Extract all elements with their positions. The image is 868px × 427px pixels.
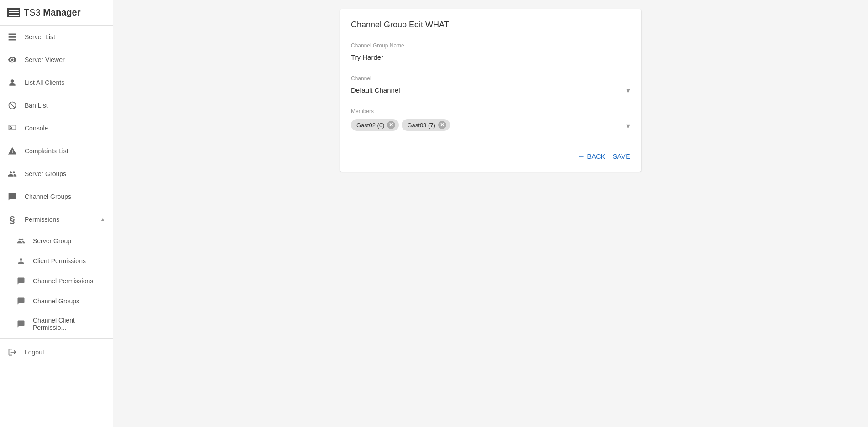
members-field: Members Gast02 (6) ✕ Gast03 (7) ✕ ▾ [351,108,630,134]
sidebar-header: TS3 Manager [0,0,113,26]
channel-select-wrapper: Default Channel ▾ [351,83,630,97]
channel-group-edit-card: Channel Group Edit WHAT Channel Group Na… [340,9,641,172]
channel-select[interactable]: Default Channel [351,83,630,97]
member-chip-gast02-remove[interactable]: ✕ [387,121,395,129]
sidebar-item-channel-client-permissions[interactable]: Channel Client Permissio... [0,311,113,337]
sidebar-label-complaints-list: Complaints List [25,147,68,155]
app-logo: TS3 Manager [7,7,81,18]
members-container: Gast02 (6) ✕ Gast03 (7) ✕ ▾ [351,116,630,134]
permissions-submenu: Server Group Client Permissions Channel … [0,231,113,337]
section-icon: § [7,214,17,224]
logout-icon [7,347,17,357]
sidebar-item-permissions[interactable]: § Permissions ▲ [0,208,113,231]
server-group-label: Server Group [33,237,71,245]
channel-group-name-field: Channel Group Name [351,42,630,64]
chat-icon [7,192,17,202]
member-chip-gast03-label: Gast03 (7) [407,122,435,129]
sidebar-item-channel-groups-perm[interactable]: Channel Groups [0,291,113,311]
channel-group-name-input[interactable] [351,51,630,64]
sidebar-item-server-groups[interactable]: Server Groups [0,162,113,185]
eye-icon [7,55,17,65]
member-chip-gast02-label: Gast02 (6) [356,122,384,129]
sidebar-label-server-list: Server List [25,33,55,41]
members-dropdown-arrow-icon: ▾ [626,121,630,131]
channel-groups-perm-label: Channel Groups [33,297,79,305]
channel-permissions-label: Channel Permissions [33,277,93,285]
channel-group-name-label: Channel Group Name [351,42,630,49]
logout-label: Logout [25,349,44,356]
sidebar-item-server-list[interactable]: Server List [0,26,113,48]
chevron-up-icon: ▲ [100,216,105,223]
sidebar-item-server-viewer[interactable]: Server Viewer [0,48,113,71]
sidebar-item-ban-list[interactable]: Ban List [0,94,113,117]
sidebar-label-channel-groups: Channel Groups [25,193,71,200]
card-title: Channel Group Edit WHAT [351,20,630,30]
main-content: Channel Group Edit WHAT Channel Group Na… [113,0,868,427]
channel-field: Channel Default Channel ▾ [351,75,630,97]
sidebar-label-ban-list: Ban List [25,102,48,109]
channel-client-permissions-label: Channel Client Permissio... [33,317,105,331]
back-button[interactable]: ← BACK [578,152,606,161]
sidebar-label-server-groups: Server Groups [25,170,66,177]
warning-icon [7,146,17,156]
channel-label: Channel [351,75,630,82]
server-list-icon [7,32,17,42]
logo-icon [7,8,20,17]
sidebar-item-channel-permissions[interactable]: Channel Permissions [0,271,113,291]
sidebar-label-server-viewer: Server Viewer [25,56,65,63]
app-title: TS3 Manager [24,7,81,18]
member-chip-gast03: Gast03 (7) ✕ [402,119,450,131]
sidebar-item-list-all-clients[interactable]: List All Clients [0,71,113,94]
groups-icon [7,169,17,179]
sidebar-item-client-permissions[interactable]: Client Permissions [0,251,113,271]
save-button[interactable]: SAVE [613,152,630,161]
client-permissions-label: Client Permissions [33,257,86,265]
person-icon [7,78,17,88]
permissions-label: Permissions [25,216,100,223]
sidebar-label-list-all-clients: List All Clients [25,79,64,86]
ban-icon [7,100,17,110]
sidebar-label-console: Console [25,125,48,132]
card-actions: ← BACK SAVE [351,145,630,161]
channel-client-icon [16,319,26,328]
client-icon [16,256,26,266]
channel-groups-icon [16,297,26,306]
channel-perm-icon [16,276,26,286]
member-chip-gast03-remove[interactable]: ✕ [438,121,446,129]
sidebar-item-channel-groups[interactable]: Channel Groups [0,185,113,208]
sidebar: TS3 Manager Server List Server Viewer Li… [0,0,113,427]
group-icon [16,236,26,245]
console-icon [7,123,17,133]
members-label: Members [351,108,630,115]
sidebar-item-logout[interactable]: Logout [0,341,113,364]
sidebar-item-complaints-list[interactable]: Complaints List [0,140,113,162]
back-arrow-icon: ← [578,152,586,161]
member-chip-gast02: Gast02 (6) ✕ [351,119,399,131]
sidebar-item-console[interactable]: Console [0,117,113,140]
sidebar-item-server-group[interactable]: Server Group [0,231,113,251]
